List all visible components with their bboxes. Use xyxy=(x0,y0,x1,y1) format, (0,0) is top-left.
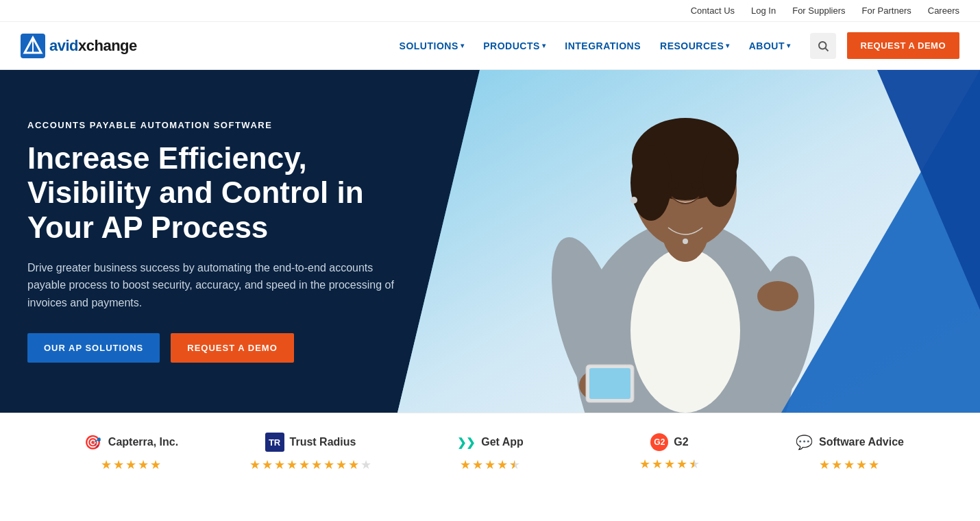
contact-us-link[interactable]: Contact Us xyxy=(691,5,735,16)
trust-radius-rating: TR Trust Radius ★ ★ ★ ★ ★ ★ ★ ★ ★ ★ xyxy=(249,433,372,472)
svg-point-16 xyxy=(683,239,688,244)
nav-solutions[interactable]: SOLUTIONS ▾ xyxy=(391,35,473,57)
g2-icon: G2 xyxy=(650,433,668,451)
chevron-down-icon: ▾ xyxy=(726,42,730,49)
logo-icon xyxy=(21,34,45,58)
software-advice-brand: 💬 Software Advice xyxy=(794,433,904,452)
hero-headline: Increase Efficiency, Visibility and Cont… xyxy=(27,141,397,245)
ratings-bar: 🎯 Capterra, Inc. ★ ★ ★ ★ ★ TR Trust Radi… xyxy=(0,413,980,492)
capterra-rating: 🎯 Capterra, Inc. ★ ★ ★ ★ ★ xyxy=(69,433,193,472)
software-advice-label: Software Advice xyxy=(819,436,904,448)
capterra-icon: 🎯 xyxy=(84,433,103,452)
careers-link[interactable]: Careers xyxy=(928,5,959,16)
svg-point-12 xyxy=(702,145,737,207)
software-advice-rating: 💬 Software Advice ★ ★ ★ ★ ★ xyxy=(787,433,911,472)
request-demo-button[interactable]: REQUEST A DEMO xyxy=(847,32,960,59)
svg-point-3 xyxy=(819,42,826,49)
get-app-rating: ❯❯ Get App ★ ★ ★ ★ ★★ xyxy=(428,433,552,472)
trust-radius-brand: TR Trust Radius xyxy=(265,433,356,452)
capterra-label: Capterra, Inc. xyxy=(108,436,178,448)
get-app-stars: ★ ★ ★ ★ ★★ xyxy=(460,457,520,472)
get-app-brand: ❯❯ Get App xyxy=(456,433,524,452)
hero-request-demo-button[interactable]: REQUEST A DEMO xyxy=(171,333,294,363)
g2-rating: G2 G2 ★ ★ ★ ★ ★★ xyxy=(608,433,731,472)
trust-radius-stars: ★ ★ ★ ★ ★ ★ ★ ★ ★ ★ xyxy=(249,457,371,472)
svg-point-13 xyxy=(668,181,679,189)
g2-stars: ★ ★ ★ ★ ★★ xyxy=(639,457,700,472)
g2-brand: G2 G2 xyxy=(650,433,688,451)
search-icon xyxy=(817,40,829,52)
logo[interactable]: avidxchange xyxy=(21,34,137,58)
for-partners-link[interactable]: For Partners xyxy=(862,5,911,16)
hero-content: ACCOUNTS PAYABLE AUTOMATION SOFTWARE Inc… xyxy=(0,120,425,363)
svg-rect-21 xyxy=(589,368,630,399)
hero-triangle-overlay xyxy=(740,70,980,413)
software-advice-icon: 💬 xyxy=(794,433,813,452)
svg-point-7 xyxy=(630,248,740,413)
svg-point-15 xyxy=(630,197,637,204)
nav-products[interactable]: PRODUCTS ▾ xyxy=(475,35,554,57)
svg-point-14 xyxy=(691,181,702,189)
nav-about[interactable]: ABOUT ▾ xyxy=(741,35,799,57)
for-suppliers-link[interactable]: For Suppliers xyxy=(792,5,845,16)
hero-eyebrow: ACCOUNTS PAYABLE AUTOMATION SOFTWARE xyxy=(27,120,397,130)
ap-solutions-button[interactable]: OUR AP SOLUTIONS xyxy=(27,333,160,363)
trust-radius-icon: TR xyxy=(265,433,284,452)
search-button[interactable] xyxy=(810,33,836,59)
svg-point-11 xyxy=(630,145,672,221)
nav-links: SOLUTIONS ▾ PRODUCTS ▾ INTEGRATIONS RESO… xyxy=(391,35,799,57)
get-app-label: Get App xyxy=(481,436,524,448)
get-app-icon: ❯❯ xyxy=(456,433,476,452)
hero-buttons: OUR AP SOLUTIONS REQUEST A DEMO xyxy=(27,333,397,363)
trust-radius-label: Trust Radius xyxy=(290,436,356,448)
main-nav: avidxchange SOLUTIONS ▾ PRODUCTS ▾ INTEG… xyxy=(0,22,980,70)
hero-description: Drive greater business success by automa… xyxy=(27,259,397,312)
g2-label: G2 xyxy=(674,436,688,448)
nav-integrations[interactable]: INTEGRATIONS xyxy=(556,35,649,57)
capterra-brand: 🎯 Capterra, Inc. xyxy=(84,433,178,452)
chevron-down-icon: ▾ xyxy=(787,42,791,49)
logo-text: avidxchange xyxy=(49,37,137,55)
svg-line-4 xyxy=(825,48,828,51)
nav-resources[interactable]: RESOURCES ▾ xyxy=(652,35,738,57)
chevron-down-icon: ▾ xyxy=(542,42,546,49)
chevron-down-icon: ▾ xyxy=(461,42,465,49)
log-in-link[interactable]: Log In xyxy=(751,5,776,16)
top-bar: Contact Us Log In For Suppliers For Part… xyxy=(0,0,980,22)
capterra-stars: ★ ★ ★ ★ ★ xyxy=(101,457,161,472)
hero-section: ACCOUNTS PAYABLE AUTOMATION SOFTWARE Inc… xyxy=(0,70,980,413)
software-advice-stars: ★ ★ ★ ★ ★ xyxy=(819,457,879,472)
